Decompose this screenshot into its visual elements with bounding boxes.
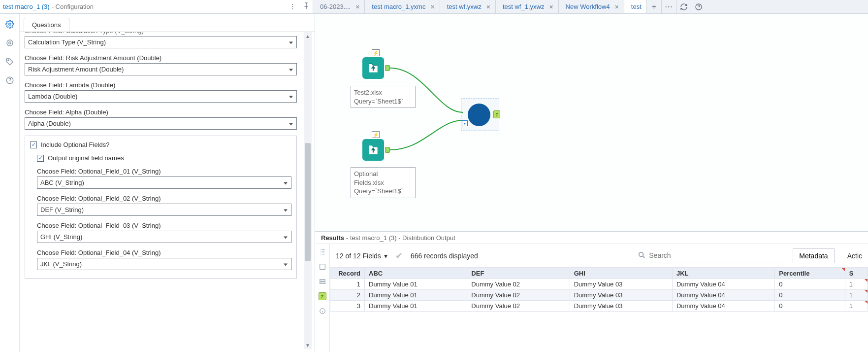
- select-opt-04[interactable]: JKL (V_String): [37, 258, 291, 270]
- pin-icon[interactable]: [303, 2, 310, 11]
- tab-label: test wf_1.yxwz: [503, 3, 545, 10]
- tab-item[interactable]: test macro_1.yxmc ×: [365, 0, 440, 13]
- close-icon[interactable]: ×: [549, 3, 553, 11]
- checkbox-include-optional[interactable]: ✓ Include Optional Fields?: [30, 141, 291, 148]
- help-icon[interactable]: [5, 76, 14, 85]
- tab-label: test: [631, 3, 642, 10]
- tab-item[interactable]: 06-2023.... ×: [313, 0, 365, 13]
- z-output-icon[interactable]: z: [319, 292, 326, 300]
- table-row[interactable]: 1 Dummy Value 01 Dummy Value 02 Dummy Va…: [330, 279, 868, 290]
- col-ghi[interactable]: GHI: [570, 268, 672, 279]
- scroll-thumb[interactable]: [305, 143, 311, 261]
- results-header: Results - test macro_1 (3) - Distributio…: [315, 231, 868, 244]
- svg-rect-6: [320, 264, 325, 270]
- svg-rect-7: [320, 280, 325, 282]
- select-opt-03[interactable]: GHI (V_String): [37, 231, 291, 243]
- select-risk-amount[interactable]: Risk Adjustment Amount (Double): [25, 63, 297, 75]
- help-circle-icon[interactable]: [691, 0, 706, 13]
- config-title-bar: test macro_1 (3) - Configuration ⋮: [0, 0, 313, 13]
- results-search[interactable]: [637, 249, 785, 262]
- config-sidebar: [0, 14, 20, 352]
- label-opt-04: Choose Field: Optional_Field_04 (V_Strin…: [37, 249, 291, 256]
- col-record[interactable]: Record: [330, 268, 365, 279]
- input-anchor[interactable]: ▸: [462, 120, 468, 126]
- config-scroll-area[interactable]: Choose Field: Calculation Type (V_String…: [23, 32, 304, 349]
- tab-item[interactable]: New Workflow4 ×: [559, 0, 624, 13]
- tab-label: 06-2023....: [320, 3, 351, 10]
- col-percentile[interactable]: Percentile: [775, 268, 845, 279]
- info-icon[interactable]: [319, 307, 326, 315]
- select-opt-02[interactable]: DEF (V_String): [37, 204, 291, 216]
- results-toolbar: 12 of 12 Fields ▾ ✔ 666 records displaye…: [330, 244, 868, 268]
- close-icon[interactable]: ×: [486, 3, 490, 11]
- check-icon[interactable]: ✔: [395, 250, 403, 261]
- label-opt-01: Choose Field: Optional_Field_01 (V_Strin…: [37, 168, 291, 175]
- tab-label: New Workflow4: [566, 3, 610, 10]
- select-alpha[interactable]: Alpha (Double): [25, 117, 297, 130]
- scroll-up-icon[interactable]: ▲: [304, 32, 312, 40]
- results-sidebar: z: [315, 244, 330, 352]
- config-title-main: test macro_1 (3): [3, 3, 50, 10]
- more-tabs-button[interactable]: ⋯: [662, 0, 676, 13]
- records-count: 666 records displayed: [411, 252, 478, 260]
- scrollbar[interactable]: ▲ ▼: [304, 32, 312, 349]
- stack-icon[interactable]: [319, 278, 326, 285]
- list-icon[interactable]: [319, 248, 326, 256]
- svg-rect-8: [320, 282, 325, 284]
- results-table[interactable]: Record ABC DEF GHI JKL Percentile S: [330, 268, 868, 352]
- svg-point-3: [8, 42, 11, 44]
- config-title-sub: - Configuration: [52, 3, 94, 10]
- label-risk-amount: Choose Field: Risk Adjustment Amount (Do…: [25, 54, 297, 62]
- tab-item[interactable]: test wf.yxwz ×: [440, 0, 496, 13]
- search-input[interactable]: [649, 251, 784, 259]
- select-opt-01[interactable]: ABC (V_String): [37, 176, 291, 189]
- svg-point-2: [7, 40, 13, 46]
- label-lambda: Choose Field: Lambda (Double): [25, 81, 297, 89]
- chevron-down-icon: ▾: [384, 252, 387, 260]
- add-tab-button[interactable]: +: [647, 0, 662, 13]
- tab-item-active[interactable]: test: [624, 0, 647, 13]
- close-icon[interactable]: ×: [430, 3, 434, 11]
- metadata-button[interactable]: Metadata: [793, 248, 834, 263]
- label-opt-03: Choose Field: Optional_Field_03 (V_Strin…: [37, 222, 291, 229]
- workflow-tab-strip: 06-2023.... × test macro_1.yxmc × test w…: [313, 0, 868, 13]
- workflow-canvas[interactable]: ⚡ Test2.xlsx Query=`Sheet1$` ⚡ Optional …: [315, 14, 868, 231]
- close-icon[interactable]: ×: [355, 3, 359, 11]
- clipped-row: Choose Field: Calculation Type (V_String…: [25, 32, 297, 35]
- fields-dropdown[interactable]: 12 of 12 Fields ▾: [336, 252, 387, 260]
- tab-label: test wf.yxwz: [447, 3, 482, 10]
- box-icon[interactable]: [319, 263, 326, 271]
- tab-label: test macro_1.yxmc: [372, 3, 425, 10]
- tab-item[interactable]: test wf_1.yxwz ×: [496, 0, 559, 13]
- check-icon: ✓: [30, 141, 37, 148]
- config-tab-row: Questions: [20, 14, 315, 32]
- select-calculation-type[interactable]: Calculation Type (V_String): [25, 36, 297, 48]
- svg-point-4: [7, 60, 8, 61]
- svg-point-10: [639, 252, 643, 256]
- configuration-panel: Questions Choose Field: Calculation Type…: [20, 14, 315, 352]
- label-alpha: Choose Field: Alpha (Double): [25, 108, 297, 116]
- target-icon[interactable]: [5, 38, 14, 47]
- optional-fields-group: ✓ Include Optional Fields? ✓ Output orig…: [25, 136, 297, 279]
- tag-icon[interactable]: [5, 57, 14, 66]
- check-icon: ✓: [37, 155, 44, 162]
- col-jkl[interactable]: JKL: [672, 268, 774, 279]
- checkbox-output-original[interactable]: ✓ Output original field names: [37, 154, 291, 162]
- z-output-icon[interactable]: z: [493, 110, 500, 118]
- col-def[interactable]: DEF: [467, 268, 570, 279]
- close-icon[interactable]: ×: [615, 3, 619, 11]
- col-abc[interactable]: ABC: [365, 268, 467, 279]
- results-pane: z 12 of 12 Fields ▾ ✔ 666 records displa…: [315, 244, 868, 352]
- table-row[interactable]: 3 Dummy Value 01 Dummy Value 02 Dummy Va…: [330, 301, 868, 312]
- refresh-icon[interactable]: [676, 0, 691, 13]
- tab-questions[interactable]: Questions: [24, 18, 69, 32]
- col-s[interactable]: S: [845, 268, 868, 279]
- gear-icon[interactable]: [5, 20, 14, 29]
- actions-label[interactable]: Actic: [842, 252, 862, 260]
- search-icon: [638, 251, 645, 260]
- scroll-down-icon[interactable]: ▼: [304, 341, 312, 349]
- table-row[interactable]: 2 Dummy Value 01 Dummy Value 02 Dummy Va…: [330, 290, 868, 301]
- select-lambda[interactable]: Lambda (Double): [25, 90, 297, 103]
- macro-tool[interactable]: [468, 104, 490, 126]
- kebab-icon[interactable]: ⋮: [289, 2, 296, 11]
